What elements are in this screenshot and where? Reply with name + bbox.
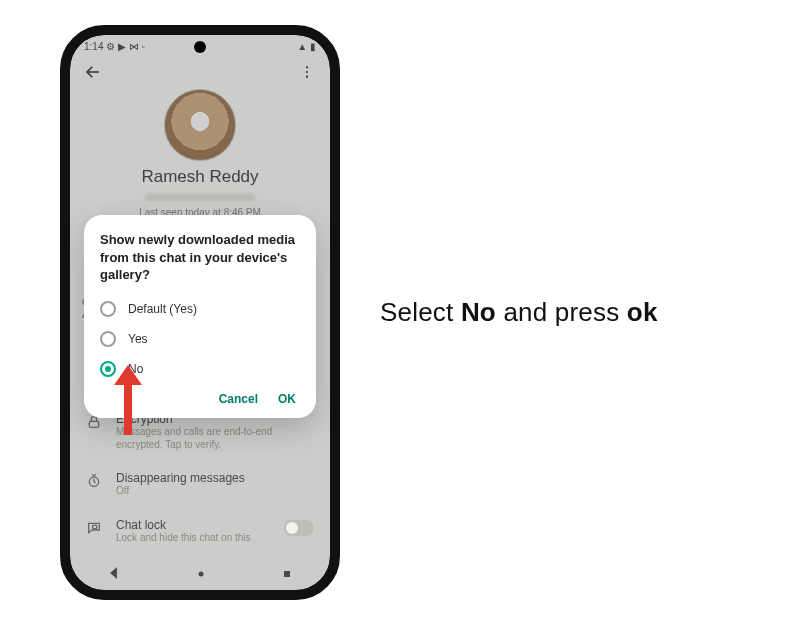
chat-lock-row[interactable]: Chat lock Lock and hide this chat on thi… xyxy=(84,508,316,555)
disappearing-title: Disappearing messages xyxy=(116,471,314,485)
disappearing-subtitle: Off xyxy=(116,485,314,498)
chat-lock-subtitle: Lock and hide this chat on this xyxy=(116,532,272,545)
chat-lock-toggle[interactable] xyxy=(284,520,314,536)
option-no[interactable]: No xyxy=(100,354,300,384)
svg-rect-3 xyxy=(89,421,98,427)
dialog-actions: Cancel OK xyxy=(100,384,300,410)
cancel-button[interactable]: Cancel xyxy=(219,392,258,406)
ok-button[interactable]: OK xyxy=(278,392,296,406)
option-label: Default (Yes) xyxy=(128,302,197,316)
timer-icon xyxy=(86,473,104,493)
option-label: Yes xyxy=(128,332,148,346)
nav-home-icon[interactable] xyxy=(195,566,207,584)
encryption-subtitle: Messages and calls are end-to-end encryp… xyxy=(116,426,314,451)
phone-screen: 1:14 ⚙ ▶ ⋈ ◦ ▲ ▮ Ramesh Reddy Last seen … xyxy=(70,35,330,590)
radio-icon-selected xyxy=(100,361,116,377)
chat-lock-title: Chat lock xyxy=(116,518,272,532)
settings-list: Encryption Messages and calls are end-to… xyxy=(70,402,330,554)
media-visibility-dialog: Show newly downloaded media from this ch… xyxy=(84,215,316,418)
nav-recents-icon[interactable] xyxy=(281,566,293,584)
phone-frame: 1:14 ⚙ ▶ ⋈ ◦ ▲ ▮ Ramesh Reddy Last seen … xyxy=(60,25,340,600)
radio-icon xyxy=(100,331,116,347)
svg-rect-5 xyxy=(93,525,97,528)
radio-icon xyxy=(100,301,116,317)
instruction-text: Select No and press ok xyxy=(380,297,658,328)
option-label: No xyxy=(128,362,143,376)
disappearing-messages-row[interactable]: Disappearing messages Off xyxy=(84,461,316,508)
option-default-yes[interactable]: Default (Yes) xyxy=(100,294,300,324)
svg-point-6 xyxy=(199,572,204,577)
option-yes[interactable]: Yes xyxy=(100,324,300,354)
chat-lock-icon xyxy=(86,520,104,540)
android-nav-bar xyxy=(70,560,330,590)
dialog-title: Show newly downloaded media from this ch… xyxy=(100,231,300,284)
nav-back-icon[interactable] xyxy=(107,566,121,584)
svg-rect-7 xyxy=(284,571,290,577)
